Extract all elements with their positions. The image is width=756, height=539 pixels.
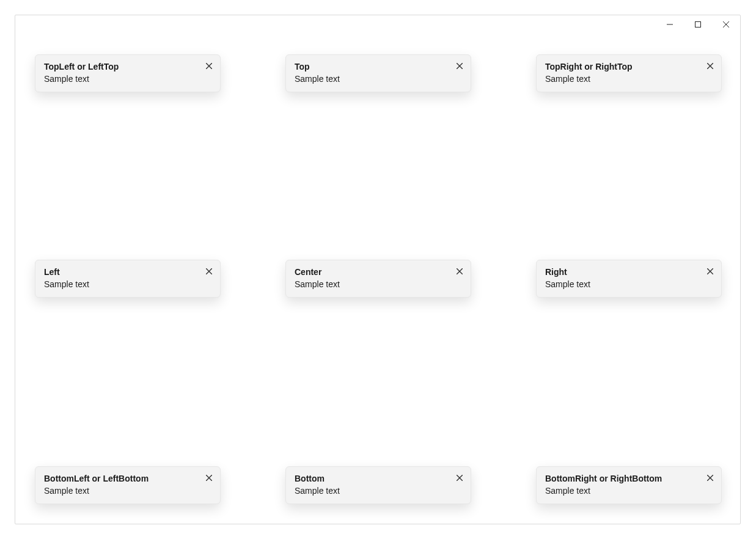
snackbar-close-button[interactable] xyxy=(452,264,467,279)
snackbar-bottom: Bottom Sample text xyxy=(285,466,471,504)
snackbar-body: Sample text xyxy=(545,73,713,84)
close-icon xyxy=(707,268,713,274)
close-icon xyxy=(206,475,212,481)
snackbar-title: BottomRight or RightBottom xyxy=(545,473,713,484)
snackbar-title: TopLeft or LeftTop xyxy=(44,61,211,72)
minimize-icon xyxy=(667,21,673,28)
snackbar-title: TopRight or RightTop xyxy=(545,61,713,72)
close-icon xyxy=(457,475,463,481)
close-icon xyxy=(206,268,212,274)
snackbar-close-button[interactable] xyxy=(202,59,216,73)
snackbar-close-button[interactable] xyxy=(703,59,717,73)
window-frame: TopLeft or LeftTop Sample text Top Sampl… xyxy=(15,15,741,524)
snackbar-title: Bottom xyxy=(295,473,462,484)
close-icon xyxy=(707,475,713,481)
close-icon xyxy=(457,268,463,274)
snackbar-close-button[interactable] xyxy=(202,471,216,485)
client-area: TopLeft or LeftTop Sample text Top Sampl… xyxy=(15,34,740,524)
snackbar-bottom-right: BottomRight or RightBottom Sample text xyxy=(536,466,722,504)
snackbar-close-button[interactable] xyxy=(202,264,216,279)
titlebar xyxy=(15,15,740,34)
snackbar-body: Sample text xyxy=(545,485,713,496)
maximize-icon xyxy=(695,21,701,28)
snackbar-title: Top xyxy=(295,61,462,72)
minimize-button[interactable] xyxy=(656,15,684,34)
close-window-button[interactable] xyxy=(712,15,740,34)
snackbar-body: Sample text xyxy=(295,279,462,290)
snackbar-close-button[interactable] xyxy=(703,264,717,279)
snackbar-body: Sample text xyxy=(295,485,462,496)
snackbar-right: Right Sample text xyxy=(536,260,722,298)
snackbar-top: Top Sample text xyxy=(285,54,471,92)
maximize-button[interactable] xyxy=(684,15,712,34)
snackbar-close-button[interactable] xyxy=(703,471,717,485)
snackbar-title: BottomLeft or LeftBottom xyxy=(44,473,211,484)
snackbar-title: Left xyxy=(44,266,211,277)
snackbar-center: Center Sample text xyxy=(285,260,471,298)
snackbar-title: Right xyxy=(545,266,713,277)
snackbar-bottom-left: BottomLeft or LeftBottom Sample text xyxy=(35,466,221,504)
snackbar-top-right: TopRight or RightTop Sample text xyxy=(536,54,722,92)
snackbar-left: Left Sample text xyxy=(35,260,221,298)
snackbar-close-button[interactable] xyxy=(452,59,467,73)
close-icon xyxy=(457,63,463,69)
close-icon xyxy=(723,21,729,28)
snackbar-top-left: TopLeft or LeftTop Sample text xyxy=(35,54,221,92)
snackbar-body: Sample text xyxy=(295,73,462,84)
snackbar-body: Sample text xyxy=(44,485,211,496)
snackbar-title: Center xyxy=(295,266,462,277)
snackbar-body: Sample text xyxy=(44,73,211,84)
snackbar-body: Sample text xyxy=(545,279,713,290)
snackbar-close-button[interactable] xyxy=(452,471,467,485)
svg-rect-1 xyxy=(695,22,701,28)
close-icon xyxy=(206,63,212,69)
snackbar-body: Sample text xyxy=(44,279,211,290)
close-icon xyxy=(707,63,713,69)
